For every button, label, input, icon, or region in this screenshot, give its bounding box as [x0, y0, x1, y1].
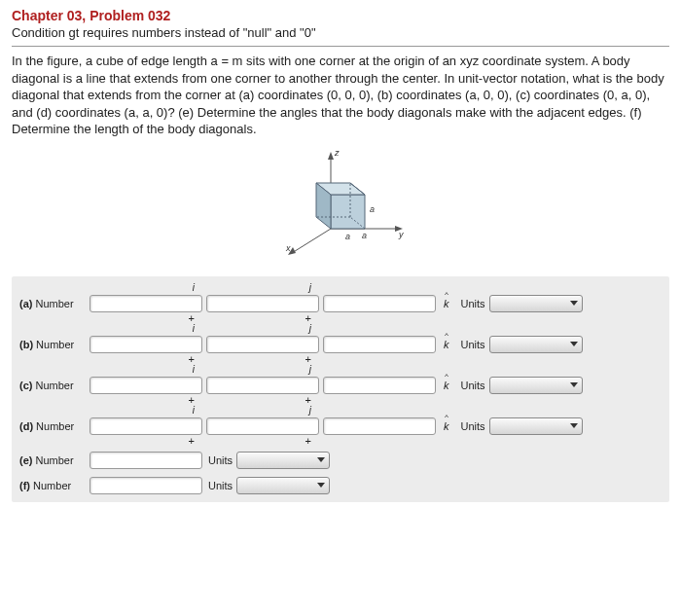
row-a-label: (a) Number [19, 298, 90, 309]
svg-line-2 [292, 229, 331, 253]
svg-text:a: a [345, 232, 350, 241]
a-k-input[interactable] [323, 295, 436, 312]
svg-text:z: z [334, 148, 340, 158]
a-j-input[interactable] [206, 295, 319, 312]
d-j-input[interactable] [206, 417, 319, 435]
row-f-label: (f) Number [19, 480, 90, 491]
c-units-select[interactable] [489, 377, 583, 394]
c-j-input[interactable] [206, 377, 319, 394]
svg-text:y: y [398, 230, 404, 239]
b-j-input[interactable] [206, 336, 319, 353]
row-b: (b) Number i + j + k Units [19, 327, 662, 362]
e-units-select[interactable] [236, 452, 330, 469]
chevron-down-icon [570, 423, 578, 428]
answers-panel: (a) Number i + j + k Units (b) Number i [12, 276, 669, 502]
row-b-label: (b) Number [19, 339, 90, 350]
row-d: (d) Number i + j + k Units [19, 409, 662, 444]
b-k-input[interactable] [323, 336, 436, 353]
svg-marker-6 [331, 195, 365, 229]
row-e: (e) Number Units [19, 452, 662, 469]
row-a: (a) Number i + j + k Units [19, 286, 662, 321]
row-c: (c) Number i + j + k Units [19, 368, 662, 403]
f-units-select[interactable] [236, 477, 330, 494]
a-i-input[interactable] [90, 295, 202, 312]
row-f: (f) Number Units [19, 477, 662, 494]
b-i-input[interactable] [90, 336, 202, 353]
c-i-input[interactable] [90, 377, 202, 394]
row-e-label: (e) Number [19, 454, 90, 466]
problem-subtitle: Condition gt requires numbers instead of… [12, 25, 669, 40]
chevron-down-icon [570, 382, 578, 387]
k-hat-icon: k [444, 298, 449, 309]
divider [12, 46, 669, 47]
j-hat-icon: j [309, 283, 311, 293]
problem-title: Chapter 03, Problem 032 [12, 8, 669, 23]
svg-marker-3 [328, 152, 334, 160]
a-units-select[interactable] [489, 295, 583, 312]
figure-container: z y x a a a [12, 146, 669, 263]
b-units-select[interactable] [489, 336, 583, 353]
chevron-down-icon [570, 301, 578, 306]
e-value-input[interactable] [90, 452, 202, 469]
c-k-input[interactable] [323, 377, 436, 394]
units-label: Units [461, 298, 485, 309]
plus-icon: + [189, 312, 195, 324]
row-d-label: (d) Number [19, 420, 90, 432]
row-c-label: (c) Number [19, 380, 90, 391]
plus-icon: + [305, 312, 311, 324]
chevron-down-icon [570, 342, 578, 346]
svg-text:x: x [285, 243, 291, 253]
d-units-select[interactable] [489, 417, 583, 435]
chevron-down-icon [317, 457, 325, 462]
cube-figure: z y x a a a [272, 146, 409, 263]
f-value-input[interactable] [90, 477, 202, 494]
svg-text:a: a [362, 231, 367, 240]
i-hat-icon: i [193, 283, 195, 293]
svg-text:a: a [370, 204, 375, 214]
problem-text: In the figure, a cube of edge length a =… [12, 53, 669, 138]
d-k-input[interactable] [323, 417, 436, 435]
d-i-input[interactable] [90, 417, 202, 435]
chevron-down-icon [317, 483, 325, 488]
